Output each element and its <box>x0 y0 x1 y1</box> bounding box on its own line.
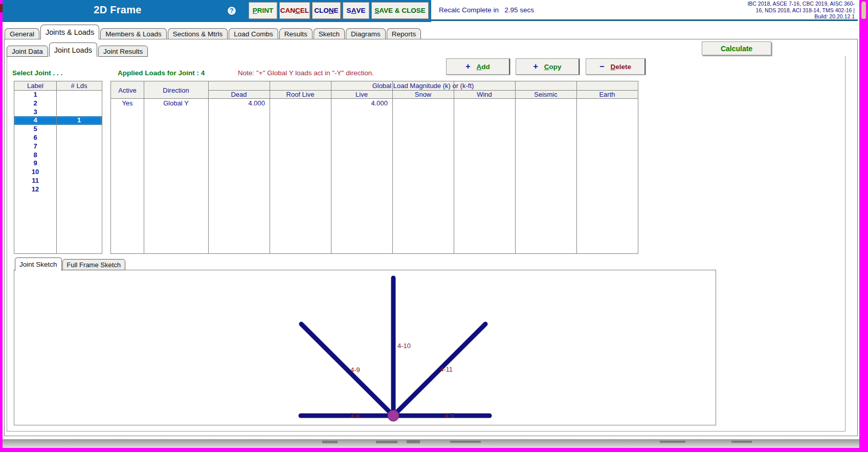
joint-load-count <box>56 108 102 117</box>
member-label-4-11: 4-11 <box>440 365 453 373</box>
load-cell-active[interactable]: Yes <box>111 99 144 107</box>
load-cell-direction[interactable]: Global Y <box>144 99 208 107</box>
joint-label: 9 <box>14 159 56 168</box>
tab-members-loads[interactable]: Members & Loads <box>100 28 167 39</box>
joint-load-count <box>56 159 102 168</box>
joint-label: 12 <box>14 185 56 194</box>
sketch-tab-bar: Joint SketchFull Frame Sketch <box>15 257 125 270</box>
select-joint-table: Label # Lds 1234156789101112 <box>14 81 102 254</box>
save-close-button[interactable]: SAVE & CLOSE <box>371 2 429 19</box>
main-tab-bar: GeneralJoints & LoadsMembers & LoadsSect… <box>5 25 421 39</box>
subtab-joint-results[interactable]: Joint Results <box>98 46 148 57</box>
codes-line-3: Build: 20.20.12.1 <box>717 13 855 20</box>
load-value-roof-live[interactable] <box>270 99 331 107</box>
joint-load-count <box>56 142 102 151</box>
help-icon[interactable]: ? <box>227 6 236 15</box>
joint-row-12[interactable]: 12 <box>14 185 102 194</box>
joint-row-9[interactable]: 9 <box>14 159 102 168</box>
loads-col-active: Active <box>111 81 144 99</box>
joint-label: 10 <box>14 168 56 177</box>
grid-line <box>454 81 454 253</box>
member-label-4-10: 4-10 <box>397 342 411 350</box>
load-value-live[interactable]: 4.000 <box>331 99 392 107</box>
joint-load-count <box>56 151 102 160</box>
tab-results[interactable]: Results <box>279 28 313 39</box>
joint-label: 2 <box>14 99 56 108</box>
loads-subheader-row: DeadRoof LiveLiveSnowWindSeismicEarth <box>208 90 638 99</box>
tab-reports[interactable]: Reports <box>387 28 421 39</box>
joint-label: 7 <box>14 142 56 151</box>
joint-load-count <box>56 99 102 108</box>
joint-load-count <box>56 91 102 99</box>
member-label-4-5: 4-5 <box>444 412 454 419</box>
joint-row-1[interactable]: 1 <box>14 91 102 99</box>
joint-row-2[interactable]: 2 <box>14 99 102 108</box>
joint-column-divider <box>56 81 57 253</box>
bottom-gradient-bar <box>3 439 859 448</box>
joint-label: 1 <box>14 91 56 99</box>
tab-diagrams[interactable]: Diagrams <box>346 28 386 39</box>
add-load-button[interactable]: +Add <box>446 58 510 75</box>
copy-label: Copy <box>544 63 562 71</box>
grid-line <box>208 81 209 253</box>
joint-label: 5 <box>14 125 56 134</box>
joint-row-7[interactable]: 7 <box>14 142 102 151</box>
window-border-bottom <box>0 448 868 452</box>
subtab-joint-data[interactable]: Joint Data <box>7 46 48 57</box>
member-4-9-line <box>301 324 393 416</box>
save-button[interactable]: SAVE <box>343 2 369 19</box>
joint-col-label: Label <box>14 81 56 90</box>
border-notch-right <box>861 2 866 19</box>
joint-label: 8 <box>14 151 56 160</box>
tab-sections-mtrls[interactable]: Sections & Mtrls <box>168 28 228 39</box>
joint-row-3[interactable]: 3 <box>14 108 102 117</box>
subtab-joint-loads[interactable]: Joint Loads <box>49 42 97 57</box>
joint-row-5[interactable]: 5 <box>14 125 102 134</box>
subtab-full-frame-sketch[interactable]: Full Frame Sketch <box>62 259 125 270</box>
clone-button[interactable]: CLONE <box>312 2 341 19</box>
applied-loads-title: Applied Loads for Joint : 4 <box>118 69 205 77</box>
applied-loads-table: Active Direction Global Load Magnitude (… <box>110 81 638 254</box>
tab-load-combs[interactable]: Load Combs <box>229 28 278 39</box>
grid-line <box>515 81 516 253</box>
tab-sketch[interactable]: Sketch <box>314 28 345 39</box>
group-underline <box>208 90 638 91</box>
joint-row-4[interactable]: 41 <box>14 116 102 125</box>
grid-line <box>392 81 393 253</box>
grid-line <box>331 81 331 253</box>
joint-row-6[interactable]: 6 <box>14 134 102 142</box>
joint-sub-tab-bar: Joint DataJoint LoadsJoint Results <box>7 42 148 57</box>
load-value-earth[interactable] <box>576 99 638 107</box>
loads-col-direction: Direction <box>144 81 208 99</box>
loads-col-earth: Earth <box>576 90 638 99</box>
cancel-button[interactable]: CANCEL <box>279 2 310 19</box>
joint-load-count <box>56 168 102 177</box>
subtab-joint-sketch[interactable]: Joint Sketch <box>15 257 62 271</box>
app-window: 2D Frame ? PRINTCANCELCLONESAVESAVE & CL… <box>0 0 868 452</box>
copy-load-button[interactable]: +Copy <box>516 58 580 75</box>
grid-line <box>144 81 144 253</box>
delete-label: Delete <box>610 63 631 71</box>
load-value-seismic[interactable] <box>515 99 576 107</box>
window-border-left <box>0 0 3 452</box>
codes-line-2: 16, NDS 2018, ACI 318-14, TMS 402-16 | <box>717 7 855 14</box>
tab-joints-loads[interactable]: Joints & Loads <box>40 25 99 39</box>
grid-line <box>270 81 270 253</box>
joint-row-10[interactable]: 10 <box>14 168 102 177</box>
tab-general[interactable]: General <box>5 28 39 39</box>
calculate-button[interactable]: Calculate <box>702 41 771 55</box>
load-value-dead[interactable]: 4.000 <box>208 99 270 107</box>
member-4-11-line <box>393 324 485 416</box>
joint-row-8[interactable]: 8 <box>14 151 102 160</box>
print-button[interactable]: PRINT <box>249 2 277 19</box>
joint-table-header: Label # Lds <box>14 81 102 91</box>
loads-col-dead: Dead <box>208 90 270 99</box>
delete-load-button[interactable]: −Delete <box>586 58 646 75</box>
load-value-wind[interactable] <box>454 99 515 107</box>
load-value-snow[interactable] <box>392 99 454 107</box>
add-label: Add <box>477 63 490 71</box>
load-direction-note: Note: "+" Global Y loads act in "-Y" dir… <box>238 69 374 77</box>
joint-load-count <box>56 177 102 185</box>
joint-row-11[interactable]: 11 <box>14 177 102 185</box>
loads-group-header: Global Load Magnitude (k) or (k-ft) <box>208 81 638 90</box>
